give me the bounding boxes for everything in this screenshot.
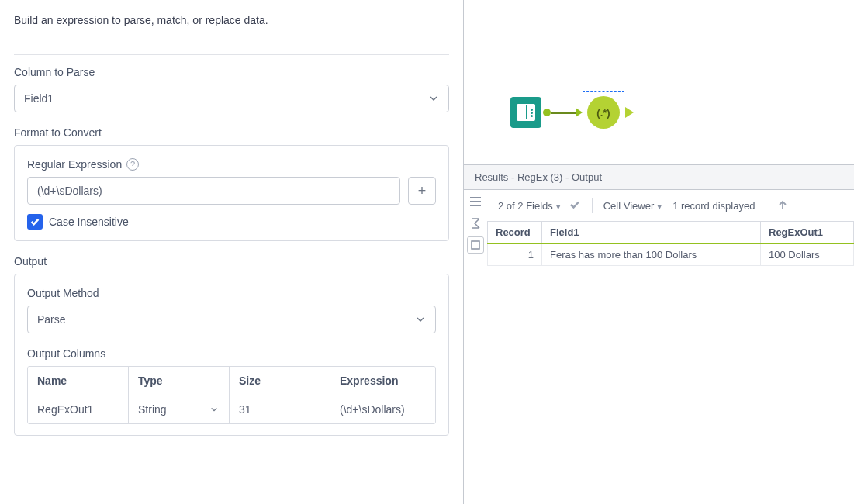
header-expression: Expression (330, 367, 435, 395)
format-to-convert-box: Regular Expression ? (\d+\sDollars) + Ca… (14, 145, 449, 241)
results-table: Record Field1 RegExOut1 1 Feras has more… (487, 222, 854, 266)
header-size: Size (230, 367, 330, 395)
results-row[interactable]: 1 Feras has more than 100 Dollars 100 Do… (488, 243, 854, 266)
data-view-icon[interactable] (467, 236, 484, 254)
case-insensitive-checkbox[interactable] (27, 214, 43, 230)
regex-tool-selected[interactable]: (.*) (583, 91, 624, 133)
help-icon[interactable]: ? (126, 158, 139, 171)
divider (14, 54, 449, 55)
connector-line[interactable] (551, 112, 576, 114)
add-regex-button[interactable]: + (408, 177, 436, 205)
output-anchor-icon[interactable] (625, 107, 634, 118)
format-to-convert-label: Format to Convert (14, 126, 449, 139)
regex-label-row: Regular Expression ? (27, 158, 436, 171)
results-header-row: Record Field1 RegExOut1 (488, 222, 854, 243)
case-insensitive-row: Case Insensitive (27, 214, 436, 230)
output-method-value: Parse (37, 313, 66, 326)
up-arrow-icon[interactable] (777, 199, 794, 212)
config-panel: Build an expression to parse, match, or … (0, 0, 464, 504)
header-type: Type (129, 367, 230, 395)
chevron-down-icon (428, 93, 439, 104)
case-insensitive-label: Case Insensitive (49, 216, 129, 228)
results-panel-title: Results - RegEx (3) - Output (464, 165, 854, 190)
regular-expression-label: Regular Expression (27, 158, 122, 171)
intro-text: Build an expression to parse, match, or … (14, 14, 449, 39)
table-row: RegExOut1 String 31 (\d+\sDollars) (28, 395, 435, 423)
workflow-canvas[interactable]: (.*) (464, 0, 854, 165)
output-label: Output (14, 255, 449, 268)
records-displayed-label: 1 record displayed (672, 200, 755, 212)
table-header-row: Name Type Size Expression (28, 367, 435, 395)
regex-tool-icon: (.*) (587, 96, 620, 129)
fields-count-dropdown[interactable]: 2 of 2 Fields▼ (498, 200, 562, 212)
results-content: 2 of 2 Fields▼ Cell Viewer▼ 1 record dis… (487, 190, 854, 504)
input-data-tool-icon[interactable] (510, 97, 541, 128)
output-anchor-icon[interactable] (543, 109, 551, 116)
regex-input[interactable]: (\d+\sDollars) (27, 177, 400, 205)
cell-size[interactable]: 31 (230, 395, 330, 423)
header-regexout1[interactable]: RegExOut1 (761, 222, 854, 243)
workflow-nodes: (.*) (510, 91, 634, 133)
header-name: Name (28, 367, 129, 395)
output-method-label: Output Method (27, 287, 436, 299)
results-toolbar: 2 of 2 Fields▼ Cell Viewer▼ 1 record dis… (487, 190, 854, 222)
cell-record: 1 (488, 243, 542, 266)
separator (592, 198, 593, 213)
cell-regexout1: 100 Dollars (761, 243, 854, 266)
check-icon[interactable] (569, 198, 581, 213)
output-box: Output Method Parse Output Columns Name … (14, 274, 449, 436)
cell-name[interactable]: RegExOut1 (28, 395, 129, 423)
right-panel: (.*) Results - RegEx (3) - Output 2 of 2… (464, 0, 854, 504)
output-columns-label: Output Columns (27, 347, 436, 360)
column-to-parse-label: Column to Parse (14, 66, 449, 78)
cell-field1: Feras has more than 100 Dollars (542, 243, 761, 266)
chevron-down-icon (209, 404, 220, 415)
chevron-down-icon (415, 314, 426, 325)
sigma-icon[interactable] (467, 215, 484, 232)
header-record[interactable]: Record (488, 222, 542, 243)
output-method-dropdown[interactable]: Parse (27, 306, 436, 333)
separator (766, 198, 766, 213)
cell-expression: (\d+\sDollars) (330, 395, 435, 423)
column-to-parse-dropdown[interactable]: Field1 (14, 85, 449, 112)
results-side-tabs (464, 190, 487, 504)
column-to-parse-value: Field1 (24, 92, 54, 105)
results-body: 2 of 2 Fields▼ Cell Viewer▼ 1 record dis… (464, 190, 854, 504)
header-field1[interactable]: Field1 (542, 222, 761, 243)
input-anchor-icon[interactable] (576, 108, 583, 117)
regex-input-row: (\d+\sDollars) + (27, 177, 436, 205)
cell-type-dropdown[interactable]: String (129, 395, 230, 423)
list-view-icon[interactable] (467, 193, 484, 210)
output-columns-table: Name Type Size Expression RegExOut1 Stri… (27, 366, 436, 424)
cell-viewer-dropdown[interactable]: Cell Viewer▼ (603, 200, 663, 212)
